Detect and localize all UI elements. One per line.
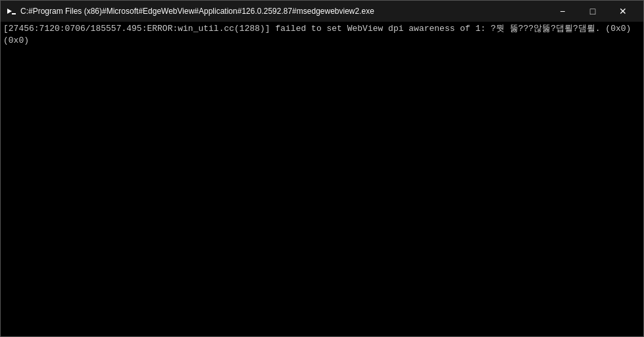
window-title: C:#Program Files (x86)#Microsoft#EdgeWeb…: [20, 7, 542, 16]
console-window: C:#Program Files (x86)#Microsoft#EdgeWeb…: [0, 0, 644, 337]
console-output: [27456:7120:0706/185557.495:ERROR:win_ut…: [1, 22, 643, 336]
maximize-button[interactable]: □: [578, 1, 608, 22]
console-line-2: (0x0): [3, 35, 641, 47]
title-bar-controls: − □ ✕: [547, 1, 638, 22]
minimize-button[interactable]: −: [547, 1, 578, 22]
close-button[interactable]: ✕: [608, 1, 638, 22]
title-bar: C:#Program Files (x86)#Microsoft#EdgeWeb…: [1, 1, 643, 22]
console-line-1: [27456:7120:0706/185557.495:ERROR:win_ut…: [3, 23, 641, 35]
svg-rect-2: [12, 13, 16, 14]
window-icon: [6, 6, 16, 16]
